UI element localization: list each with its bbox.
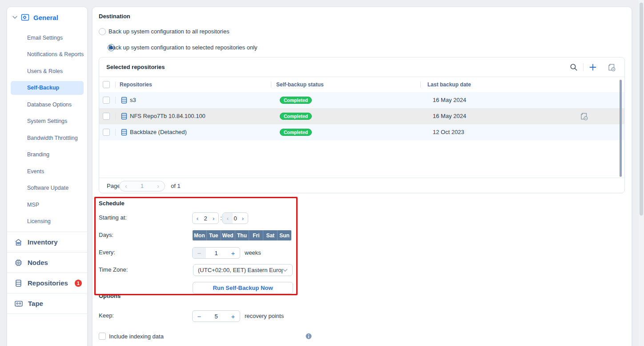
add-repository-icon[interactable] — [588, 62, 598, 72]
repositories-alert-badge: 1 — [75, 280, 82, 287]
repository-name: s3 — [130, 97, 136, 103]
minute-decrement-icon[interactable]: ‹ — [223, 213, 233, 224]
day-button-fri[interactable]: Fri — [249, 230, 263, 240]
sidebar-item-inventory[interactable]: Inventory — [7, 232, 87, 252]
keep-stepper: − 5 + — [192, 310, 240, 322]
sidebar-item-licensing[interactable]: Licensing — [7, 213, 87, 230]
table-row[interactable]: s3 Completed 16 May 2024 — [99, 92, 624, 108]
info-icon[interactable] — [306, 333, 312, 339]
run-self-backup-button[interactable]: Run Self-Backup Now — [193, 282, 293, 294]
every-plus-icon[interactable]: + — [226, 248, 240, 258]
sidebar-item-users-roles[interactable]: Users & Roles — [7, 63, 87, 80]
toolbar-separator — [583, 63, 584, 71]
minute-spinner: ‹ 0 › — [222, 212, 248, 224]
row-checkbox[interactable] — [103, 129, 110, 136]
every-label: Every: — [99, 249, 115, 256]
hour-increment-icon[interactable]: › — [209, 213, 218, 224]
radio-all-repositories-label[interactable]: Back up system configuration to all repo… — [109, 28, 229, 35]
repository-name: Backblaze (Detached) — [130, 129, 187, 135]
column-header-repositories[interactable]: Repositories — [120, 81, 152, 88]
repository-icon — [121, 129, 128, 136]
chevron-down-icon — [282, 269, 288, 272]
table-row[interactable]: Backblaze (Detached) Completed 12 Oct 20… — [99, 124, 624, 140]
day-button-sat[interactable]: Sat — [263, 230, 277, 240]
column-header-last-backup-date[interactable]: Last backup date — [427, 81, 471, 88]
timezone-dropdown[interactable]: (UTC+02:00, EET) Eastern European... — [193, 264, 293, 276]
sidebar: General Email Settings Notifications & R… — [7, 7, 87, 346]
day-button-thu[interactable]: Thu — [235, 230, 249, 240]
every-stepper: − 1 + — [192, 247, 240, 259]
sidebar-group-general[interactable]: General — [12, 11, 58, 24]
day-button-tue[interactable]: Tue — [206, 230, 221, 240]
row-checkbox[interactable] — [103, 113, 110, 120]
sidebar-item-email-settings[interactable]: Email Settings — [7, 29, 87, 46]
table-row[interactable]: NFS Repo7Tb 10.84.100.100 Completed 16 M… — [99, 108, 624, 124]
chevron-down-icon[interactable] — [12, 16, 17, 19]
every-unit-label: weeks — [245, 250, 261, 256]
include-indexing-label[interactable]: Include indexing data — [109, 334, 164, 340]
detach-repository-icon[interactable] — [607, 62, 616, 72]
sidebar-item-notifications-reports[interactable]: Notifications & Reports — [7, 46, 87, 63]
timezone-value: (UTC+02:00, EET) Eastern European... — [198, 267, 282, 273]
column-header-status[interactable]: Self-backup status — [276, 81, 324, 88]
search-icon[interactable] — [569, 62, 579, 72]
days-selector: Mon Tue Wed Thu Fri Sat Sun — [193, 230, 291, 240]
page-prev-icon[interactable]: ‹ — [125, 183, 127, 189]
window-scrollbar-thumb[interactable] — [640, 3, 643, 216]
sidebar-sections: Inventory Nodes Repositories — [7, 232, 87, 314]
row-checkbox[interactable] — [103, 97, 110, 104]
pagination-control: ‹ 1 › — [119, 181, 165, 191]
page-next-icon[interactable]: › — [157, 183, 159, 189]
every-minus-icon[interactable]: − — [193, 248, 206, 258]
page-number: 1 — [141, 183, 144, 189]
status-badge: Completed — [280, 97, 312, 104]
minute-increment-icon[interactable]: › — [238, 213, 248, 224]
include-indexing-checkbox[interactable] — [99, 333, 106, 340]
radio-selected-repositories-label[interactable]: Back up system configuration to selected… — [109, 45, 258, 51]
sidebar-item-repositories[interactable]: Repositories 1 — [7, 273, 87, 293]
sidebar-item-tape[interactable]: Tape — [7, 293, 87, 313]
hour-decrement-icon[interactable]: ‹ — [193, 213, 202, 224]
main-content: Destination Back up system configuration… — [93, 7, 632, 346]
keep-minus-icon[interactable]: − — [193, 311, 206, 322]
last-backup-date: 16 May 2024 — [433, 113, 466, 119]
keep-value: 5 — [206, 311, 226, 322]
last-backup-date: 16 May 2024 — [433, 97, 466, 103]
table-scrollbar-thumb[interactable] — [620, 80, 622, 177]
sidebar-item-branding[interactable]: Branding — [7, 147, 87, 163]
selected-repositories-panel: Selected repositories — [99, 57, 625, 193]
sidebar-item-self-backup[interactable]: Self-Backup — [11, 81, 84, 95]
window-scrollbar — [639, 0, 644, 346]
keep-unit-label: recovery points — [245, 313, 284, 319]
every-value: 1 — [206, 248, 226, 258]
status-badge: Completed — [280, 129, 312, 136]
day-button-mon[interactable]: Mon — [193, 230, 206, 240]
sidebar-item-software-update[interactable]: Software Update — [7, 180, 87, 197]
sidebar-item-nodes[interactable]: Nodes — [7, 252, 87, 273]
sidebar-group-label: General — [33, 14, 58, 21]
pagination-total: of 1 — [171, 183, 181, 189]
inventory-icon — [14, 238, 23, 246]
options-title: Options — [99, 293, 121, 299]
keep-plus-icon[interactable]: + — [226, 311, 240, 322]
repository-icon — [121, 113, 128, 120]
day-button-wed[interactable]: Wed — [221, 230, 235, 240]
sidebar-item-events[interactable]: Events — [7, 163, 87, 180]
sidebar-item-msp[interactable]: MSP — [7, 196, 87, 213]
table-header: Repositories Self-backup status Last bac… — [99, 77, 624, 92]
panel-header: Selected repositories — [99, 57, 624, 77]
repositories-icon — [14, 279, 23, 287]
pagination-label: Page — [107, 183, 120, 189]
keep-label: Keep: — [99, 313, 114, 319]
destination-title: Destination — [99, 13, 130, 20]
select-all-checkbox[interactable] — [103, 81, 110, 88]
radio-all-repositories[interactable] — [99, 28, 106, 35]
day-button-sun[interactable]: Sun — [277, 230, 291, 240]
sidebar-general-submenu: Email Settings Notifications & Reports U… — [7, 29, 87, 230]
detach-repository-row-icon[interactable] — [580, 112, 588, 121]
sidebar-item-bandwidth-throttling[interactable]: Bandwidth Throttling — [7, 130, 87, 147]
sidebar-item-database-options[interactable]: Database Options — [7, 96, 87, 113]
timezone-label: Time Zone: — [99, 267, 128, 273]
tape-icon — [14, 300, 23, 308]
sidebar-item-system-settings[interactable]: System Settings — [7, 113, 87, 130]
